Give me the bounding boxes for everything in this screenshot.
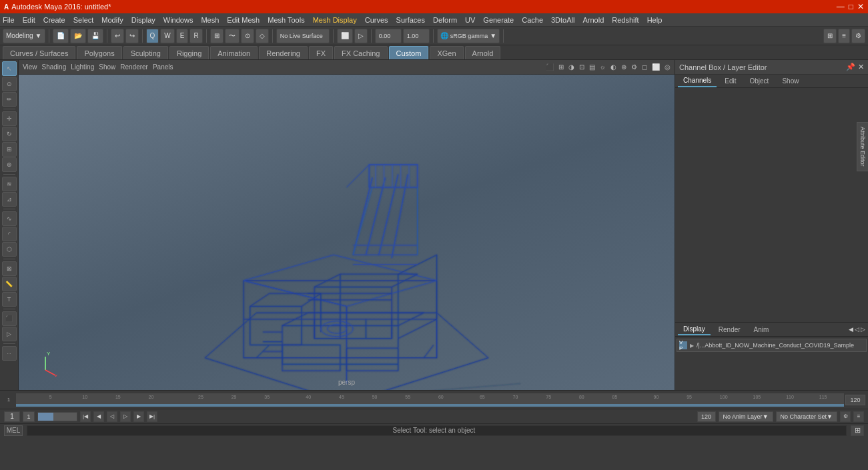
tab-channels[interactable]: Channels bbox=[678, 75, 717, 87]
snap-surface-btn[interactable]: ◇ bbox=[256, 29, 269, 43]
rotate-tool-btn[interactable]: E bbox=[176, 29, 189, 43]
rotate-tool[interactable]: ↻ bbox=[2, 127, 17, 141]
menu-mesh-display[interactable]: Mesh Display bbox=[313, 16, 357, 24]
vp-grid-icon[interactable]: ⊞ bbox=[557, 63, 565, 71]
show-manipulator-tool[interactable]: ⊿ bbox=[2, 192, 17, 207]
vp-film-gate-icon[interactable]: ⬜ bbox=[650, 63, 661, 71]
tab-polygons[interactable]: Polygons bbox=[77, 46, 121, 59]
vp-menu-show[interactable]: Show bbox=[97, 63, 117, 71]
step-back-btn[interactable]: ◀ bbox=[93, 411, 104, 422]
layer-speaker-icon[interactable]: ◀ bbox=[849, 326, 853, 333]
layer-fwd-icon[interactable]: ▷ bbox=[861, 326, 865, 333]
menu-uv[interactable]: UV bbox=[465, 16, 475, 24]
menu-redshift[interactable]: Redshift bbox=[612, 16, 638, 24]
extra-tool[interactable]: ··· bbox=[2, 346, 17, 361]
module-dropdown[interactable]: Modeling ▼ bbox=[3, 29, 45, 43]
measure-tool[interactable]: 📏 bbox=[2, 277, 17, 291]
soft-mod-tool[interactable]: ≋ bbox=[2, 177, 17, 191]
mel-label[interactable]: MEL bbox=[4, 425, 23, 436]
move-tool[interactable]: ✛ bbox=[2, 111, 17, 126]
vp-ao-icon[interactable]: ⊕ bbox=[620, 63, 628, 71]
move-tool-btn[interactable]: W bbox=[160, 29, 174, 43]
vp-menu-renderer[interactable]: Renderer bbox=[119, 63, 149, 71]
live-surface-btn[interactable]: No Live Surface bbox=[276, 29, 330, 43]
scale-tool[interactable]: ⊞ bbox=[2, 142, 17, 157]
menu-generate[interactable]: Generate bbox=[483, 16, 514, 24]
tab-fx-caching[interactable]: FX Caching bbox=[334, 46, 387, 59]
range-bar[interactable] bbox=[37, 412, 77, 421]
curve-tool[interactable]: ∿ bbox=[2, 211, 17, 226]
right-panel-close-icon[interactable]: ✕ bbox=[858, 63, 864, 71]
maximize-btn[interactable]: □ bbox=[849, 2, 853, 11]
layer-path[interactable]: /|...Abbott_ID_NOW_Machine_Conduct_COVID… bbox=[697, 342, 854, 349]
vp-light-icon[interactable]: ☼ bbox=[598, 63, 607, 71]
vp-shading-icon[interactable]: ◑ bbox=[567, 63, 576, 71]
menu-arnold[interactable]: Arnold bbox=[582, 16, 604, 24]
script-editor-btn[interactable]: ≡ bbox=[853, 411, 864, 422]
attribute-editor-tab[interactable]: Attribute Editor bbox=[857, 122, 868, 171]
menu-edit-mesh[interactable]: Edit Mesh bbox=[227, 16, 260, 24]
snap-point-btn[interactable]: ⊙ bbox=[241, 29, 254, 43]
tab-edit[interactable]: Edit bbox=[719, 75, 741, 87]
vp-menu-view[interactable]: View bbox=[21, 63, 39, 71]
menu-surfaces[interactable]: Surfaces bbox=[396, 16, 425, 24]
go-to-start-btn[interactable]: |◀ bbox=[80, 411, 91, 422]
text-tool[interactable]: T bbox=[2, 292, 17, 307]
expand-btn[interactable]: ⊞ bbox=[851, 425, 864, 436]
render-region-btn[interactable]: ⬜ bbox=[337, 29, 353, 43]
minimize-btn[interactable]: — bbox=[837, 2, 845, 11]
menu-help[interactable]: Help bbox=[647, 16, 663, 24]
menu-mesh-tools[interactable]: Mesh Tools bbox=[268, 16, 304, 24]
menu-curves[interactable]: Curves bbox=[365, 16, 388, 24]
select-tool-btn[interactable]: Q bbox=[146, 29, 159, 43]
attr-editor-btn[interactable]: ≡ bbox=[838, 29, 850, 43]
arc-tool[interactable]: ◜ bbox=[2, 227, 17, 241]
menu-3dto[interactable]: 3DtoAll bbox=[551, 16, 574, 24]
channel-box-btn[interactable]: ⊞ bbox=[823, 29, 837, 43]
tool-settings-btn[interactable]: ⚙ bbox=[851, 29, 865, 43]
tab-rendering[interactable]: Rendering bbox=[259, 46, 308, 59]
vp-shadow-icon[interactable]: ◐ bbox=[609, 63, 618, 71]
vp-textured-icon[interactable]: ▤ bbox=[588, 63, 596, 71]
redo-btn[interactable]: ↪ bbox=[125, 29, 139, 43]
vp-menu-lighting[interactable]: Lighting bbox=[69, 63, 95, 71]
poly-tool[interactable]: ⬡ bbox=[2, 242, 17, 257]
colorspace-dropdown[interactable]: 🌐 sRGB gamma ▼ bbox=[437, 29, 500, 43]
tab-render[interactable]: Render bbox=[713, 323, 746, 335]
scale-tool-btn[interactable]: R bbox=[189, 29, 202, 43]
lasso-tool[interactable]: ⊙ bbox=[2, 77, 17, 91]
char-set-dropdown[interactable]: No Character Set ▼ bbox=[776, 411, 837, 422]
select-tool[interactable]: ↖ bbox=[2, 61, 17, 76]
render-tool[interactable]: ▷ bbox=[2, 327, 17, 341]
menu-edit[interactable]: Edit bbox=[23, 16, 35, 24]
close-btn[interactable]: ✕ bbox=[857, 2, 864, 11]
range-end[interactable] bbox=[697, 411, 716, 422]
tab-xgen[interactable]: XGen bbox=[430, 46, 463, 59]
tab-rigging[interactable]: Rigging bbox=[169, 46, 209, 59]
menu-modify[interactable]: Modify bbox=[101, 16, 123, 24]
step-forward-btn[interactable]: ▶ bbox=[133, 411, 144, 422]
tab-arnold[interactable]: Arnold bbox=[465, 46, 501, 59]
menu-file[interactable]: File bbox=[3, 16, 15, 24]
vp-camera-icon[interactable]: ⬛ bbox=[544, 63, 555, 71]
tab-sculpting[interactable]: Sculpting bbox=[123, 46, 168, 59]
tab-curves-surfaces[interactable]: Curves / Surfaces bbox=[3, 46, 75, 59]
universal-tool[interactable]: ⊕ bbox=[2, 157, 17, 172]
play-forward-btn[interactable]: ▷ bbox=[120, 411, 131, 422]
menu-create[interactable]: Create bbox=[43, 16, 65, 24]
paint-select-tool[interactable]: ✏ bbox=[2, 92, 17, 107]
frame-start-input[interactable] bbox=[4, 411, 20, 422]
vp-isolate-icon[interactable]: ◎ bbox=[663, 63, 672, 71]
right-panel-pin-icon[interactable]: 📌 bbox=[846, 63, 855, 71]
tab-custom[interactable]: Custom bbox=[389, 46, 429, 59]
tab-anim[interactable]: Anim bbox=[749, 323, 775, 335]
save-btn[interactable]: 💾 bbox=[87, 29, 103, 43]
menu-deform[interactable]: Deform bbox=[433, 16, 457, 24]
focal-input2[interactable]: 1.00 bbox=[403, 29, 430, 43]
focal-input[interactable]: 0.00 bbox=[375, 29, 402, 43]
viewport-canvas[interactable]: Y X persp bbox=[19, 75, 675, 390]
tab-fx[interactable]: FX bbox=[309, 46, 333, 59]
menu-cache[interactable]: Cache bbox=[522, 16, 543, 24]
tab-display[interactable]: Display bbox=[678, 323, 711, 335]
timeline-ruler[interactable]: 5 10 15 20 25 29 35 40 45 50 55 60 65 70… bbox=[16, 393, 844, 407]
